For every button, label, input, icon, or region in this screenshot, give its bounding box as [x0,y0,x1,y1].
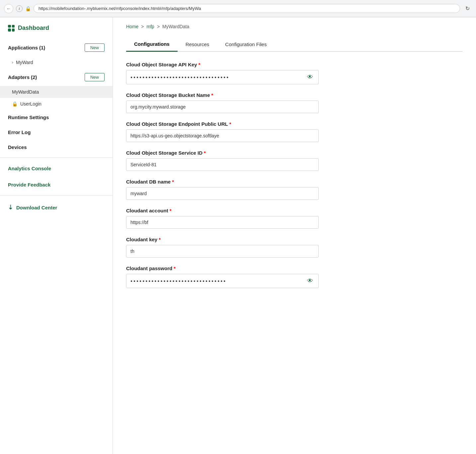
cos-service-id-input[interactable] [130,162,314,167]
required-star-3: * [229,121,231,127]
dashboard-label: Dashboard [18,25,49,32]
mywarddata-label: MyWardData [12,89,39,95]
reload-button[interactable]: ↻ [463,4,472,13]
sidebar-item-error-log[interactable]: Error Log [0,125,113,140]
required-star-8: * [174,265,176,271]
applications-row: Applications (1) New [0,39,113,56]
lock-small-icon: 🔒 [12,101,18,107]
info-icon: i [16,5,23,12]
cloudant-account-label: Cloudant account * [126,208,463,213]
cloudant-key-label: Cloudant key * [126,237,463,242]
breadcrumb-mfp[interactable]: mfp [147,24,154,29]
tab-configurations[interactable]: Configurations [126,37,178,52]
cloudant-key-input-wrapper [126,245,319,258]
address-bar[interactable]: https://mobilefoundation- .mybluemix.net… [34,4,460,13]
field-cloudant-db: Cloudant DB name * [126,179,463,200]
cloudant-password-toggle-visibility[interactable]: 👁 [306,277,314,284]
cloudant-key-input[interactable] [130,249,314,254]
cos-api-key-toggle-visibility[interactable]: 👁 [306,74,314,81]
sidebar-item-provide-feedback[interactable]: Provide Feedback [0,177,113,193]
cloudant-password-input-wrapper: ●●●●●●●●●●●●●●●●●●●●●●●●●●●●●●●● 👁 [126,274,319,288]
field-cos-bucket-name: Cloud Object Storage Bucket Name * [126,92,463,113]
new-adapter-button[interactable]: New [85,73,105,81]
lock-icon: 🔒 [25,6,31,11]
download-center-label: Download Center [16,205,57,210]
cos-endpoint-input[interactable] [130,133,314,138]
applications-label: Applications (1) [8,45,45,50]
main-content: Home > mfp > MyWardData Configurations R… [113,17,476,454]
cos-api-key-value: ●●●●●●●●●●●●●●●●●●●●●●●●●●●●●●●●● [130,75,229,79]
browser-chrome: ← i 🔒 https://mobilefoundation- .mybluem… [0,0,476,17]
required-star-7: * [159,237,161,242]
new-application-button[interactable]: New [85,43,105,52]
field-cloudant-password: Cloudant password * ●●●●●●●●●●●●●●●●●●●●… [126,265,463,288]
back-button[interactable]: ← [4,4,13,13]
required-star-4: * [204,150,206,156]
field-cloudant-key: Cloudant key * [126,237,463,258]
tab-resources[interactable]: Resources [178,37,217,51]
dashboard-grid-icon [8,25,15,32]
adapters-label: Adapters (2) [8,74,37,80]
cos-bucket-name-input[interactable] [130,104,314,110]
cos-endpoint-input-wrapper [126,129,319,142]
cloudant-db-input-wrapper [126,187,319,200]
sidebar-item-userlogin[interactable]: 🔒 UserLogin [0,98,113,110]
cloudant-db-input[interactable] [130,191,314,196]
url-right: .mybluemix.net/mfpconsole/index.html#/mf… [86,6,201,11]
cloudant-password-label: Cloudant password * [126,265,463,271]
userlogin-label: UserLogin [20,101,41,107]
sidebar: Dashboard Applications (1) New › MyWard … [0,17,113,454]
breadcrumb-home[interactable]: Home [126,24,138,29]
tabs-container: Configurations Resources Configuration F… [126,37,463,52]
sidebar-item-devices[interactable]: Devices [0,140,113,155]
cos-service-id-label: Cloud Object Storage Service ID * [126,150,463,156]
required-star-5: * [172,179,174,185]
breadcrumb: Home > mfp > MyWardData [126,24,463,29]
sidebar-divider-1 [0,157,113,158]
cloudant-password-value: ●●●●●●●●●●●●●●●●●●●●●●●●●●●●●●●● [130,279,226,283]
url-left: https://mobilefoundation- [39,6,86,11]
field-cos-service-id: Cloud Object Storage Service ID * [126,150,463,171]
cloudant-db-label: Cloudant DB name * [126,179,463,185]
cos-api-key-input-wrapper: ●●●●●●●●●●●●●●●●●●●●●●●●●●●●●●●●● 👁 [126,70,319,84]
breadcrumb-current: MyWardData [162,24,189,29]
cloudant-account-input[interactable] [130,220,314,225]
tab-configuration-files[interactable]: Configuration Files [217,37,275,51]
sidebar-item-runtime-settings[interactable]: Runtime Settings [0,110,113,125]
field-cos-api-key: Cloud Object Storage API Key * ●●●●●●●●●… [126,62,463,84]
breadcrumb-sep-1: > [141,24,144,29]
required-star-2: * [211,92,213,98]
cos-api-key-label: Cloud Object Storage API Key * [126,62,463,67]
sidebar-item-download-center[interactable]: ⇣ Download Center [0,198,113,216]
breadcrumb-sep-2: > [157,24,160,29]
sidebar-item-myward[interactable]: › MyWard [0,56,113,68]
sidebar-item-analytics-console[interactable]: Analytics Console [0,160,113,177]
adapters-row: Adapters (2) New [0,68,113,86]
field-cloudant-account: Cloudant account * [126,208,463,229]
required-star-6: * [170,208,172,213]
app-container: Dashboard Applications (1) New › MyWard … [0,17,476,454]
cloudant-account-input-wrapper [126,216,319,229]
field-cos-endpoint: Cloud Object Storage Endpoint Public URL… [126,121,463,142]
sidebar-divider-2 [0,195,113,196]
download-icon: ⇣ [8,204,13,211]
sidebar-item-mywarddata[interactable]: MyWardData [0,86,113,98]
cos-service-id-input-wrapper [126,158,319,171]
myward-label: MyWard [16,60,33,65]
cos-endpoint-label: Cloud Object Storage Endpoint Public URL… [126,121,463,127]
required-star: * [198,62,200,67]
chevron-right-icon: › [12,60,13,65]
sidebar-dashboard[interactable]: Dashboard [0,17,113,39]
cos-bucket-name-label: Cloud Object Storage Bucket Name * [126,92,463,98]
cos-bucket-name-input-wrapper [126,101,319,113]
